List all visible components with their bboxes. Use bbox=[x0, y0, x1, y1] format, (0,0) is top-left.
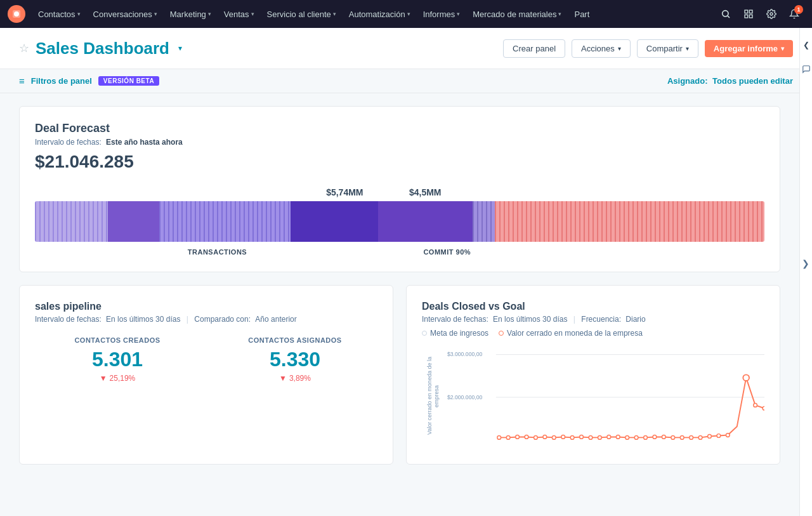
actions-button[interactable]: Acciones ▾ bbox=[572, 39, 631, 58]
deals-closed-subtitle: Intervalo de fechas: En los últimos 30 d… bbox=[422, 315, 764, 324]
legend-dot-valor bbox=[499, 331, 504, 336]
nav-informes[interactable]: Informes ▾ bbox=[417, 0, 467, 28]
svg-point-13 bbox=[497, 436, 501, 440]
main-content: Deal Forecast Intervalo de fechas: Este … bbox=[0, 93, 812, 477]
svg-point-16 bbox=[525, 435, 528, 439]
nav-servicio-arrow: ▾ bbox=[333, 11, 336, 17]
nav-contactos[interactable]: Contactos ▾ bbox=[32, 0, 87, 28]
svg-point-37 bbox=[717, 434, 721, 438]
bar-segment-2 bbox=[108, 201, 159, 242]
svg-rect-7 bbox=[749, 15, 752, 18]
svg-point-22 bbox=[580, 435, 584, 439]
nav-right-icons: 1 bbox=[716, 4, 804, 24]
legend-item-valor: Valor cerrado en moneda de la empresa bbox=[499, 329, 643, 338]
metric-label-assigned: CONTACTOS ASIGNADOS bbox=[213, 336, 377, 344]
svg-point-30 bbox=[653, 435, 657, 439]
nav-informes-arrow: ▾ bbox=[457, 11, 460, 17]
nav-ventas-arrow: ▾ bbox=[251, 11, 254, 17]
svg-point-39 bbox=[743, 374, 749, 381]
svg-point-27 bbox=[625, 436, 629, 440]
down-arrow-created: ▼ bbox=[100, 374, 107, 383]
svg-point-32 bbox=[671, 436, 675, 440]
favorite-star-icon[interactable]: ☆ bbox=[19, 41, 29, 55]
svg-point-35 bbox=[698, 436, 702, 440]
add-report-button[interactable]: Agregar informe ▾ bbox=[705, 40, 793, 57]
deals-closed-card: Deals Closed vs Goal Intervalo de fechas… bbox=[406, 285, 780, 465]
metric-contactos-creados: CONTACTOS CREADOS 5.301 ▼ 25,19% bbox=[35, 336, 200, 383]
search-button[interactable] bbox=[716, 4, 736, 24]
nav-marketing-arrow: ▾ bbox=[208, 11, 211, 17]
svg-point-19 bbox=[552, 436, 556, 440]
nav-marketing[interactable]: Marketing ▾ bbox=[164, 0, 218, 28]
bar-caption-transactions: TRANSACTIONS bbox=[188, 248, 247, 256]
nav-automatizacion[interactable]: Automatización ▾ bbox=[343, 0, 417, 28]
beta-badge: VERSIÓN BETA bbox=[98, 76, 159, 86]
svg-point-33 bbox=[680, 436, 684, 440]
bar-segment-7 bbox=[495, 201, 765, 242]
create-panel-button[interactable]: Crear panel bbox=[503, 39, 565, 58]
title-dropdown-arrow[interactable]: ▾ bbox=[178, 44, 182, 53]
svg-point-26 bbox=[616, 435, 620, 439]
metric-value-created: 5.301 bbox=[35, 348, 200, 371]
header-actions: Crear panel Acciones ▾ Compartir ▾ Agreg… bbox=[503, 39, 793, 58]
nav-servicio[interactable]: Servicio al cliente ▾ bbox=[261, 0, 343, 28]
svg-point-15 bbox=[516, 435, 520, 439]
assigned-value[interactable]: Todos pueden editar bbox=[712, 76, 793, 86]
hubspot-logo[interactable] bbox=[8, 5, 25, 23]
nav-ventas[interactable]: Ventas ▾ bbox=[218, 0, 261, 28]
bar-segment-3 bbox=[159, 201, 291, 242]
nav-mercado[interactable]: Mercado de materiales ▾ bbox=[466, 0, 568, 28]
notifications-button[interactable]: 1 bbox=[784, 4, 804, 24]
pipeline-subtitle: Intervalo de fechas: En los últimos 30 d… bbox=[35, 315, 377, 324]
y-axis-label: Valor cerrado en moneda de la empresa bbox=[422, 345, 445, 447]
right-panel: ❮ ❯ bbox=[799, 28, 812, 477]
svg-text:$2.000.000,00: $2.000.000,00 bbox=[447, 394, 482, 400]
nav-contactos-arrow: ▾ bbox=[77, 11, 81, 17]
filters-label[interactable]: Filtros de panel bbox=[31, 76, 92, 86]
svg-point-28 bbox=[634, 436, 638, 440]
svg-point-29 bbox=[644, 436, 648, 440]
svg-text:$3.000.000,00: $3.000.000,00 bbox=[447, 352, 482, 358]
legend-dot-meta bbox=[422, 331, 427, 336]
page-title[interactable]: Sales Dashboard bbox=[36, 39, 169, 58]
nav-mercado-arrow: ▾ bbox=[558, 11, 561, 17]
svg-point-23 bbox=[589, 436, 593, 440]
bar-segment-6 bbox=[473, 201, 495, 242]
filters-right: Asignado: Todos pueden editar bbox=[667, 76, 793, 86]
share-button[interactable]: Compartir ▾ bbox=[637, 39, 698, 58]
chevron-right-icon[interactable]: ❯ bbox=[802, 258, 809, 268]
nav-automatizacion-arrow: ▾ bbox=[407, 11, 410, 17]
add-report-arrow: ▾ bbox=[781, 45, 784, 52]
pipeline-title: sales pipeline bbox=[35, 301, 377, 312]
metric-contactos-asignados: CONTACTOS ASIGNADOS 5.330 ▼ 3,89% bbox=[213, 336, 377, 383]
deals-chart-svg: $3.000.000,00 $2.000.000,00 bbox=[447, 345, 764, 447]
svg-point-36 bbox=[708, 435, 712, 439]
filter-icon: ≡ bbox=[19, 76, 25, 86]
collapse-right-icon[interactable]: ❮ bbox=[803, 41, 809, 50]
svg-point-38 bbox=[726, 433, 730, 437]
settings-button[interactable] bbox=[761, 4, 782, 24]
nav-part[interactable]: Part bbox=[568, 0, 596, 28]
svg-point-41 bbox=[763, 406, 764, 410]
chat-icon[interactable] bbox=[802, 65, 811, 76]
svg-point-25 bbox=[607, 435, 611, 439]
svg-rect-6 bbox=[745, 15, 748, 18]
svg-point-34 bbox=[690, 436, 693, 440]
deal-forecast-title: Deal Forecast bbox=[35, 122, 764, 135]
bar-segment-1 bbox=[35, 201, 108, 242]
deals-closed-title: Deals Closed vs Goal bbox=[422, 301, 764, 312]
down-arrow-assigned: ▼ bbox=[279, 374, 287, 383]
svg-point-40 bbox=[754, 404, 757, 407]
bar-label-commit: $4,5MM bbox=[409, 187, 442, 197]
filters-bar: ≡ Filtros de panel VERSIÓN BETA Asignado… bbox=[0, 69, 812, 93]
header-left: ☆ Sales Dashboard ▾ bbox=[19, 39, 182, 58]
svg-rect-4 bbox=[745, 10, 748, 13]
bar-segment-4 bbox=[291, 201, 378, 242]
svg-point-17 bbox=[534, 436, 538, 440]
chart-legend: Meta de ingresos Valor cerrado en moneda… bbox=[422, 329, 764, 338]
marketplace-button[interactable] bbox=[738, 4, 759, 24]
nav-conversaciones[interactable]: Conversaciones ▾ bbox=[87, 0, 164, 28]
chart-wrapper: Valor cerrado en moneda de la empresa $3… bbox=[422, 345, 764, 449]
svg-point-18 bbox=[543, 435, 547, 439]
share-arrow: ▾ bbox=[686, 45, 689, 52]
